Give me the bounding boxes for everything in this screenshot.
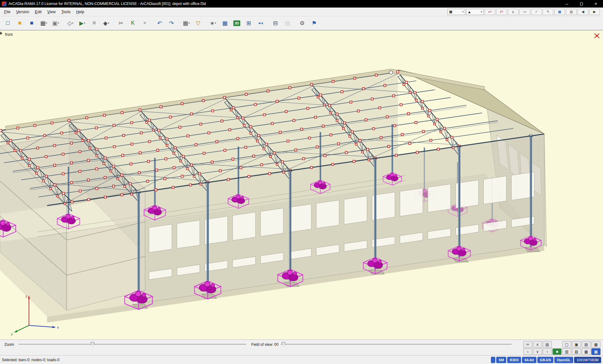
chevron-down-icon: ▾ — [58, 22, 59, 24]
section-bars-icon: ≡ — [93, 20, 96, 26]
model-viewport[interactable]: zxy front — [0, 30, 603, 340]
display-style-combo[interactable]: ▦▾ — [448, 9, 465, 15]
menu-item-help[interactable]: Help — [73, 8, 87, 15]
view-layout-1-button[interactable]: ▢ — [562, 341, 571, 348]
svg-text:z: z — [25, 294, 27, 298]
supports-display-toggle-button[interactable]: ✓ — [531, 9, 542, 15]
truss-library-icon: ◇ — [68, 20, 72, 27]
selection-status-text: Selected: bars-0; nodes-0; loads-0 — [2, 358, 59, 362]
loads-display-toggle-button[interactable]: ✎ — [543, 9, 553, 15]
combo-icon: ▲ — [468, 10, 471, 14]
node-numbers-toggle-button[interactable]: •¹¹ — [485, 9, 495, 15]
save-project-icon: ■ — [30, 20, 34, 26]
view-layout-5-button[interactable]: ▥ — [562, 348, 571, 355]
active-view-button[interactable]: ▦ — [591, 348, 600, 355]
save-project-button[interactable]: ■ — [26, 18, 37, 29]
view-layout-2-button[interactable]: ▣ — [572, 341, 581, 348]
pan-left-button[interactable]: ‹ — [523, 348, 532, 355]
grid-settings-button[interactable]: ▦▾ — [181, 18, 192, 29]
first-view-button-button[interactable]: ◀ — [578, 9, 588, 15]
results-tables-button[interactable]: ▦ — [220, 18, 230, 29]
menu-item-version[interactable]: Version — [13, 8, 32, 15]
calculator-button[interactable]: ⊟ — [270, 18, 281, 29]
cut-view-button[interactable]: ✂ — [523, 341, 532, 348]
status-bar: Selected: bars-0; nodes-0; loads-0 SMR3D… — [0, 355, 603, 364]
view-control-bar: Zoom Field of view: 00 ✂∧▤▢▣▤▦‹∨›■▥▨▩▦ — [0, 340, 603, 355]
main-toolbar: □■■▦▾▣▾◇▾▶▾≡◆▾✂K×↶↷▦▾▽∗▾▦3D⊞↤⊟▤⚙⚑ — [0, 16, 603, 30]
render-mode-button[interactable]: ■ — [552, 348, 562, 355]
align-dimension-button[interactable]: ↤ — [255, 18, 266, 29]
menu-item-edit[interactable]: Edit — [32, 8, 45, 15]
title-bar: ArCADia-RAMA 17.0 License for INTERNAL, … — [0, 0, 603, 8]
view-layout-7-button[interactable]: ▩ — [582, 348, 591, 355]
status-badge-r3d3[interactable]: R3D3 — [507, 357, 521, 363]
k-node-tool-button[interactable]: K — [128, 18, 138, 29]
zoom-slider-thumb[interactable] — [91, 342, 94, 347]
copy-format-button[interactable]: ▣▾ — [50, 18, 61, 29]
pan-down-button[interactable]: ∨ — [533, 348, 542, 355]
minimize-button[interactable]: – — [560, 0, 574, 8]
select-mode-button[interactable]: ▶▾ — [77, 18, 88, 29]
undo-button[interactable]: ↶ — [154, 18, 165, 29]
filter-view-icon: ▽ — [196, 20, 200, 27]
menu-item-view[interactable]: View — [44, 8, 58, 15]
mesh-grid-icon: ⊞ — [246, 20, 251, 27]
last-view-button-button[interactable]: ▶ — [589, 9, 600, 15]
chevron-down-icon: ▾ — [108, 22, 109, 24]
section-bars-button[interactable]: ≡ — [89, 18, 100, 29]
viewport-compass-icon[interactable] — [594, 32, 600, 39]
load-case-combo[interactable]: ▲▾ — [466, 9, 484, 15]
options-wrench-button[interactable]: ⚙ — [297, 18, 307, 29]
results-tables-icon: ▦ — [222, 20, 227, 27]
model-canvas[interactable]: zxy — [0, 30, 603, 340]
snap-options-button[interactable]: ∗▾ — [208, 18, 218, 29]
print-view-button[interactable]: ▤ — [543, 341, 552, 348]
project-manager-button[interactable]: ⚑ — [309, 18, 319, 29]
align-dimension-icon: ↤ — [258, 20, 263, 27]
report-output-button[interactable]: ▤ — [282, 18, 293, 29]
redo-icon: ↷ — [169, 20, 174, 27]
section-names-toggle-button[interactable]: k — [508, 9, 519, 15]
menu-item-tools[interactable]: Tools — [58, 8, 73, 15]
delete-element-icon: × — [143, 20, 147, 26]
menu-bar: File Version Edit View Tools Help ▦▾▲▾•¹… — [0, 8, 603, 16]
status-badge-sm[interactable]: SM — [496, 357, 507, 363]
view-3d-button[interactable]: 3D — [231, 18, 242, 29]
filter-view-button[interactable]: ▽ — [193, 18, 204, 29]
cut-bars-icon: ✂ — [118, 20, 123, 27]
undo-icon: ↶ — [157, 20, 162, 27]
view-layout-4-button[interactable]: ▦ — [591, 341, 600, 348]
zoom-slider-track[interactable] — [19, 344, 246, 345]
menu-item-file[interactable]: File — [1, 8, 13, 15]
view-layout-6-button[interactable]: ▨ — [572, 348, 581, 355]
window-controls: – × — [560, 0, 603, 8]
chevron-down-icon: ▾ — [188, 22, 190, 24]
view-layout-3-button[interactable]: ▤ — [582, 341, 591, 348]
maximize-button[interactable] — [574, 0, 589, 8]
window-title: ArCADia-RAMA 17.0 License for INTERNAL, … — [8, 2, 206, 6]
cut-bars-button[interactable]: ✂ — [116, 18, 126, 29]
field-of-view-slider-thumb[interactable] — [282, 342, 285, 347]
redo-button[interactable]: ↷ — [166, 18, 177, 29]
mesh-grid-button[interactable]: ⊞ — [243, 18, 254, 29]
field-of-view-slider-track[interactable] — [281, 344, 512, 345]
pan-right-button[interactable]: › — [543, 348, 552, 355]
close-button[interactable]: × — [589, 0, 603, 8]
view-tab-marker-icon[interactable] — [0, 32, 2, 35]
status-badge-64-bit[interactable]: 64-bit — [522, 357, 536, 363]
status-badge-opengl[interactable]: OpenGL — [554, 357, 573, 363]
pan-up-button[interactable]: ∧ — [533, 341, 542, 348]
truss-library-button[interactable]: ◇▾ — [65, 18, 76, 29]
new-project-button[interactable]: □ — [3, 18, 13, 29]
open-project-button[interactable]: ■ — [14, 18, 25, 29]
tables-button[interactable]: ▦▾ — [38, 18, 49, 29]
section-symbols-toggle-button[interactable]: ▭ — [519, 9, 530, 15]
truss-generator-button[interactable]: ◆▾ — [101, 18, 111, 29]
axes-display-toggle-button[interactable]: ▥ — [566, 9, 577, 15]
open-project-icon: ■ — [18, 20, 22, 26]
grid-display-toggle-button[interactable]: ▦ — [554, 9, 565, 15]
structure-model[interactable]: zxy — [0, 69, 546, 336]
bar-numbers-toggle-button[interactable]: /¹¹ — [496, 9, 507, 15]
status-badge-gb-en[interactable]: GB-EN — [537, 357, 553, 363]
delete-element-button[interactable]: × — [139, 18, 150, 29]
